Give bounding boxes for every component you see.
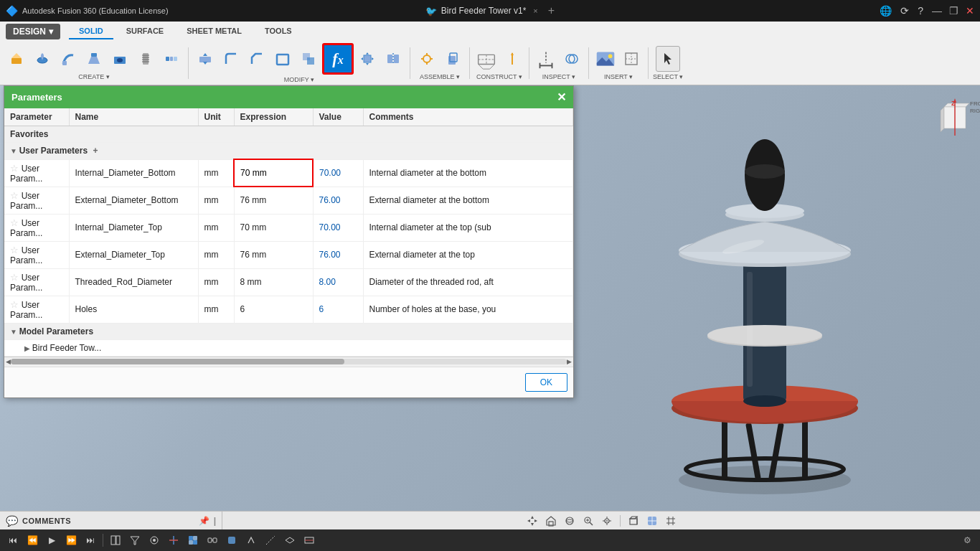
pin-icon[interactable]: 📌 <box>199 516 209 526</box>
navigate-zoom-btn[interactable] <box>580 513 596 529</box>
online-icon[interactable]: 🌐 <box>880 5 892 17</box>
history-icon[interactable]: ⟳ <box>900 5 909 17</box>
navigate-look-at-btn[interactable] <box>599 513 615 529</box>
table-row[interactable]: ☆ User Param... Holes mm 6 6 Number of h… <box>4 296 573 323</box>
modify-press-pull-btn[interactable] <box>193 46 217 72</box>
viewport[interactable]: Parameters ✕ Parameter Name Unit Express… <box>0 85 980 511</box>
create-thread-btn[interactable] <box>133 46 158 72</box>
favorite-star-icon[interactable]: ☆ <box>10 217 22 228</box>
assemble-joint-btn[interactable] <box>415 46 439 72</box>
maximize-btn[interactable]: ❐ <box>949 5 958 17</box>
add-param-btn[interactable]: + <box>93 146 98 156</box>
comments-area[interactable]: 💬 COMMENTS 📌 | <box>0 512 222 529</box>
new-tab-btn[interactable]: + <box>548 4 555 17</box>
bt-body-btn[interactable] <box>223 532 240 549</box>
table-row[interactable]: ☆ User Param... Internal_Diameter_Top mm… <box>4 214 573 241</box>
scrollbar-track[interactable] <box>11 359 567 364</box>
scroll-left-btn[interactable]: ◀ <box>6 358 11 365</box>
bt-sketch-btn[interactable] <box>242 532 260 549</box>
favorite-star-icon[interactable]: ☆ <box>10 245 22 255</box>
table-row[interactable]: ☆ User Param... Threaded_Rod_Diameter mm… <box>4 268 573 296</box>
tab-surface[interactable]: SURFACE <box>116 24 174 39</box>
bt-section-btn[interactable] <box>301 532 318 549</box>
modify-move-btn[interactable] <box>355 46 380 72</box>
model-param-bird-feeder[interactable]: ▶ Bird Feeder Tow... <box>4 339 573 356</box>
param-expression-cell[interactable] <box>234 159 313 187</box>
param-expression-cell[interactable]: 8 mm <box>234 268 313 296</box>
table-row[interactable]: ☆ User Param... Internal_Diameter_Bottom… <box>4 159 573 187</box>
construct-axis-btn[interactable] <box>500 46 524 72</box>
ok-button[interactable]: OK <box>525 373 567 392</box>
insert-image-btn[interactable] <box>593 46 618 72</box>
table-row[interactable]: ☆ User Param... External_Diameter_Top mm… <box>4 241 573 268</box>
navigate-orbit-btn[interactable] <box>562 513 578 529</box>
bt-joint-btn[interactable] <box>204 532 221 549</box>
create-loft-btn[interactable] <box>82 46 106 72</box>
bt-skip-forward-btn[interactable]: ⏭ <box>82 532 99 549</box>
bt-construction-btn[interactable] <box>262 532 279 549</box>
construct-plane-btn[interactable] <box>474 46 499 72</box>
param-expression-cell[interactable]: 6 <box>234 296 313 323</box>
create-revolve-btn[interactable] <box>30 46 55 72</box>
inspect-measure-btn[interactable] <box>534 46 558 72</box>
favorite-star-icon[interactable]: ☆ <box>10 163 22 174</box>
bt-origin-planes-btn[interactable] <box>281 532 298 549</box>
expand-user-params-icon[interactable]: ▼ <box>10 147 19 155</box>
favorite-star-icon[interactable]: ☆ <box>10 272 22 283</box>
display-grid-btn[interactable] <box>663 513 679 529</box>
bt-select-mode-btn[interactable] <box>107 532 124 549</box>
expand-panel-icon[interactable]: | <box>214 516 216 526</box>
favorite-star-icon[interactable]: ☆ <box>10 190 22 201</box>
minimize-btn[interactable]: — <box>932 5 942 17</box>
tab-sheetmetal[interactable]: SHEET METAL <box>176 24 252 39</box>
display-perspective-btn[interactable] <box>626 513 641 529</box>
modify-split-btn[interactable] <box>381 46 405 72</box>
expand-model-params-icon[interactable]: ▼ <box>10 328 19 336</box>
create-hole-btn[interactable] <box>108 46 132 72</box>
design-button[interactable]: DESIGN ▾ <box>6 24 60 39</box>
modify-fx-btn[interactable]: fx <box>322 43 354 75</box>
modify-combine-btn[interactable] <box>296 46 321 72</box>
help-btn[interactable]: ? <box>918 5 923 17</box>
modify-shell-btn[interactable] <box>270 46 295 72</box>
params-table-area[interactable]: Parameter Name Unit Expression Value Com… <box>4 108 573 357</box>
table-row[interactable]: ☆ User Param... External_Diameter_Bottom… <box>4 187 573 214</box>
assemble-copy-btn[interactable] <box>440 46 465 72</box>
bt-origin-btn[interactable] <box>165 532 182 549</box>
display-visual-style-btn[interactable] <box>644 513 660 529</box>
bt-filter-btn[interactable] <box>126 532 143 549</box>
create-extrude-btn[interactable] <box>4 46 29 72</box>
modify-chamfer-btn[interactable] <box>245 46 269 72</box>
table-row[interactable]: ▶ Bird Feeder Tow... <box>4 339 573 356</box>
scrollbar-thumb[interactable] <box>11 359 344 364</box>
tab-tools[interactable]: TOOLS <box>255 24 302 39</box>
tab-solid[interactable]: SOLID <box>69 24 113 39</box>
param-expression-cell[interactable]: 76 mm <box>234 187 313 214</box>
bt-skip-back-btn[interactable]: ⏮ <box>4 532 22 549</box>
bt-settings-btn[interactable]: ⚙ <box>958 532 976 549</box>
horizontal-scrollbar[interactable]: ◀ ▶ <box>4 357 573 367</box>
modify-fillet-btn[interactable] <box>219 46 243 72</box>
params-title-bar[interactable]: Parameters ✕ <box>4 86 573 108</box>
create-sweep-btn[interactable] <box>56 46 80 72</box>
bt-component-btn[interactable] <box>184 532 202 549</box>
params-close-btn[interactable]: ✕ <box>557 90 566 104</box>
navigate-home-btn[interactable] <box>543 513 559 529</box>
select-cursor-btn[interactable] <box>656 46 680 72</box>
bt-next-btn[interactable]: ⏩ <box>62 532 80 549</box>
param-expression-cell[interactable]: 70 mm <box>234 214 313 241</box>
bt-play-btn[interactable]: ▶ <box>43 532 60 549</box>
create-more-btn[interactable] <box>159 46 184 72</box>
inspect-interference-btn[interactable] <box>560 46 584 72</box>
bt-prev-btn[interactable]: ⏪ <box>24 532 41 549</box>
close-tab-btn[interactable]: × <box>533 6 537 15</box>
insert-canvas-btn[interactable] <box>619 46 644 72</box>
favorite-star-icon[interactable]: ☆ <box>10 299 22 310</box>
bt-snap-btn[interactable] <box>146 532 163 549</box>
expression-input[interactable] <box>240 168 300 178</box>
param-expression-cell[interactable]: 76 mm <box>234 241 313 268</box>
expand-icon[interactable]: ▶ <box>24 344 32 352</box>
close-btn[interactable]: ✕ <box>966 5 974 17</box>
scroll-right-btn[interactable]: ▶ <box>567 358 572 365</box>
tab-title[interactable]: Bird Feeder Tower v1* <box>441 6 527 16</box>
